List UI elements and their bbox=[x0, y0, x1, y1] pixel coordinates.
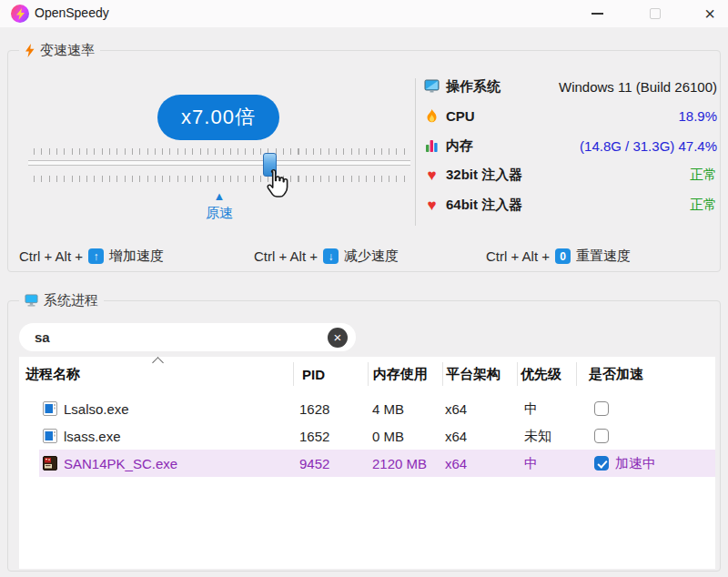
process-search-box: × bbox=[19, 323, 356, 351]
os-value: Windows 11 (Build 26100) bbox=[559, 79, 717, 95]
search-input[interactable] bbox=[35, 329, 328, 345]
arrow-up-key-icon: ↑ bbox=[88, 248, 104, 264]
accelerating-label: 加速中 bbox=[615, 455, 656, 472]
exe-window-icon bbox=[43, 429, 57, 443]
speed-rate-groupbox: 变速速率 x7.00倍 ▲ 原速 操作系统 Windows 11 (Build … bbox=[7, 50, 721, 272]
column-header-arch[interactable]: 平台架构 bbox=[442, 362, 517, 386]
system-info-panel: 操作系统 Windows 11 (Build 26100) CPU 18.9% … bbox=[424, 72, 717, 220]
clear-search-button[interactable]: × bbox=[328, 328, 348, 348]
maximize-icon bbox=[650, 8, 661, 19]
title-bar: OpenSpeedy × bbox=[0, 0, 728, 27]
slider-ticks-top bbox=[34, 148, 405, 155]
info-row-memory: 内存 (14.8G / 31.3G) 47.4% bbox=[424, 131, 717, 161]
hotkey-decrease-speed: Ctrl + Alt + ↓ 减少速度 bbox=[254, 248, 399, 265]
minimize-button[interactable] bbox=[579, 0, 615, 27]
accelerate-checkbox[interactable] bbox=[594, 401, 609, 416]
arrow-down-key-icon: ↓ bbox=[323, 248, 339, 264]
app-logo-icon bbox=[11, 5, 29, 23]
column-header-priority[interactable]: 优先级 bbox=[517, 362, 576, 386]
accelerate-checkbox[interactable] bbox=[594, 429, 609, 443]
speed-rate-group-label: 变速速率 bbox=[19, 41, 100, 59]
hand-cursor-icon bbox=[261, 169, 288, 202]
lightning-icon bbox=[25, 44, 35, 57]
heart-icon: ♥ bbox=[424, 197, 440, 213]
zero-key-icon: 0 bbox=[555, 248, 571, 264]
maximize-button[interactable] bbox=[637, 0, 673, 27]
reset-speed-marker[interactable]: ▲ 原速 bbox=[203, 190, 236, 222]
process-row-san14pk[interactable]: SAN14PK_SC.exe 9452 2120 MB x64 中 加速中 bbox=[19, 450, 715, 477]
info-row-injector32: ♥ 32bit 注入器 正常 bbox=[424, 161, 717, 191]
table-header: 进程名称 PID 内存使用 平台架构 优先级 是否加速 bbox=[19, 357, 715, 391]
speed-value-badge: x7.00倍 bbox=[157, 95, 279, 140]
computer-icon bbox=[25, 294, 38, 307]
cpu-value: 18.9% bbox=[678, 108, 717, 124]
process-table: 进程名称 PID 内存使用 平台架构 优先级 是否加速 Lsalso.exe 1… bbox=[19, 357, 715, 569]
memory-value: (14.8G / 31.3G) 47.4% bbox=[580, 138, 717, 154]
exe-window-icon bbox=[43, 401, 57, 416]
injector64-status: 正常 bbox=[690, 197, 717, 214]
injector32-status: 正常 bbox=[690, 167, 717, 184]
minimize-icon bbox=[592, 13, 603, 15]
cpu-flame-icon bbox=[424, 108, 440, 124]
accelerate-checkbox[interactable] bbox=[594, 456, 609, 471]
info-row-injector64: ♥ 64bit 注入器 正常 bbox=[424, 190, 717, 220]
panel-divider bbox=[415, 78, 416, 226]
column-header-accel[interactable]: 是否加速 bbox=[576, 362, 715, 386]
system-process-groupbox: 系统进程 × 进程名称 PID 内存使用 平台架构 优先级 是否加速 Lsals… bbox=[7, 300, 721, 572]
table-body: Lsalso.exe 1628 4 MB x64 中 lsass.exe 165… bbox=[19, 395, 715, 477]
os-monitor-icon bbox=[424, 79, 440, 95]
info-row-os: 操作系统 Windows 11 (Build 26100) bbox=[424, 72, 717, 102]
column-header-pid[interactable]: PID bbox=[293, 362, 368, 386]
window-title: OpenSpeedy bbox=[35, 5, 109, 20]
triangle-up-icon: ▲ bbox=[203, 190, 236, 202]
hotkey-increase-speed: Ctrl + Alt + ↑ 增加速度 bbox=[19, 248, 164, 265]
info-row-cpu: CPU 18.9% bbox=[424, 102, 717, 132]
process-row-lsass[interactable]: lsass.exe 1652 0 MB x64 未知 bbox=[19, 422, 715, 450]
slider-track[interactable] bbox=[28, 160, 410, 166]
slider-ticks-bottom bbox=[34, 176, 405, 182]
process-row-lsalso[interactable]: Lsalso.exe 1628 4 MB x64 中 bbox=[19, 395, 715, 422]
hotkey-reset-speed: Ctrl + Alt + 0 重置速度 bbox=[486, 248, 631, 265]
close-icon: × bbox=[704, 5, 715, 23]
close-button[interactable]: × bbox=[692, 0, 728, 27]
game-icon bbox=[43, 456, 57, 471]
memory-bars-icon bbox=[424, 138, 440, 154]
heart-icon: ♥ bbox=[424, 167, 440, 183]
column-header-memory[interactable]: 内存使用 bbox=[368, 362, 442, 386]
system-process-group-label: 系统进程 bbox=[19, 291, 104, 309]
